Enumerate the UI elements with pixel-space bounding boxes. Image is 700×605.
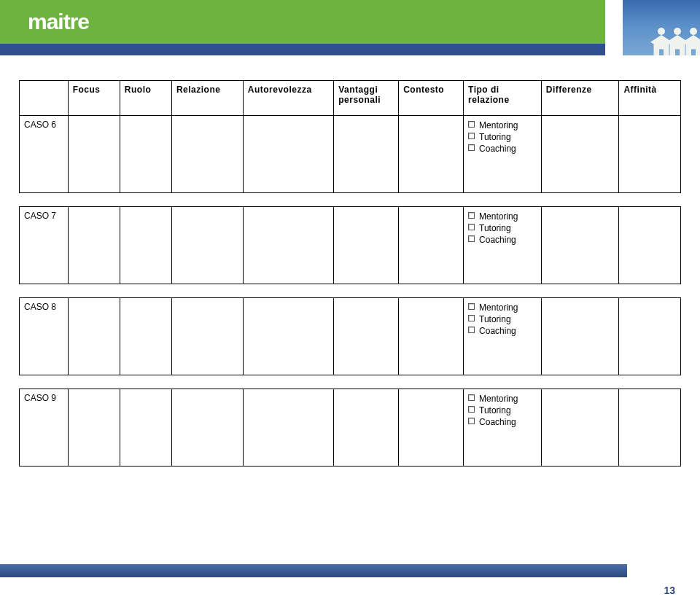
footer — [0, 555, 700, 577]
option-label: Coaching — [479, 325, 516, 337]
col-autorevolezza: Autorevolezza — [243, 81, 333, 116]
checkbox-icon[interactable] — [468, 121, 475, 128]
col-relazione: Relazione — [171, 81, 243, 116]
table-row: CASO 7 Mentoring Tutoring Coaching — [20, 207, 681, 284]
checkbox-icon[interactable] — [468, 315, 475, 321]
table-row: CASO 6 Mentoring Tutoring Coaching — [20, 116, 681, 193]
table-row: CASO 9 Mentoring Tutoring Coaching — [20, 389, 681, 467]
option-label: Coaching — [479, 234, 516, 246]
option-label: Coaching — [479, 416, 516, 428]
checkbox-icon[interactable] — [468, 144, 475, 151]
checkbox-icon[interactable] — [468, 327, 475, 333]
checkbox-icon[interactable] — [468, 133, 475, 139]
checkbox-icon[interactable] — [468, 406, 475, 413]
footer-bar — [0, 564, 627, 577]
checkbox-icon[interactable] — [468, 235, 475, 242]
row-label: CASO 7 — [20, 207, 69, 284]
option-label: Tutoring — [479, 222, 511, 234]
option-label: Mentoring — [479, 120, 518, 131]
row-label: CASO 8 — [20, 298, 69, 375]
option-label: Mentoring — [479, 211, 518, 222]
col-tipo: Tipo di relazione — [464, 81, 542, 116]
checkbox-icon[interactable] — [468, 224, 475, 230]
checkbox-icon[interactable] — [468, 212, 475, 219]
case-table-2: CASO 7 Mentoring Tutoring Coaching — [19, 206, 681, 284]
option-label: Tutoring — [479, 131, 511, 143]
col-vantaggi: Vantaggi personali — [334, 81, 399, 116]
content-area: Focus Ruolo Relazione Autorevolezza Vant… — [0, 61, 700, 467]
tipo-options: Mentoring Tutoring Coaching — [464, 389, 542, 467]
col-empty — [20, 81, 69, 116]
row-label: CASO 9 — [20, 389, 69, 467]
brand-logo: maitre — [28, 9, 89, 34]
option-label: Tutoring — [479, 313, 511, 325]
header: maitre — [0, 0, 700, 61]
header-illustration — [623, 0, 700, 55]
tipo-options: Mentoring Tutoring Coaching — [464, 116, 542, 193]
header-accent-strip — [0, 44, 605, 55]
checkbox-icon[interactable] — [468, 303, 475, 310]
table-header-row: Focus Ruolo Relazione Autorevolezza Vant… — [20, 81, 681, 116]
option-label: Coaching — [479, 143, 516, 155]
case-table-4: CASO 9 Mentoring Tutoring Coaching — [19, 389, 681, 467]
table-row: CASO 8 Mentoring Tutoring Coaching — [20, 298, 681, 375]
page-number: 13 — [664, 585, 675, 596]
col-focus: Focus — [68, 81, 120, 116]
col-ruolo: Ruolo — [120, 81, 171, 116]
logo-band: maitre — [0, 0, 605, 44]
col-differenze: Differenze — [541, 81, 619, 116]
people-icon — [656, 26, 700, 55]
col-contesto: Contesto — [399, 81, 464, 116]
option-label: Tutoring — [479, 405, 511, 416]
case-table-1: Focus Ruolo Relazione Autorevolezza Vant… — [19, 80, 681, 193]
option-label: Mentoring — [479, 393, 518, 405]
checkbox-icon[interactable] — [468, 394, 475, 401]
tipo-options: Mentoring Tutoring Coaching — [464, 298, 542, 375]
option-label: Mentoring — [479, 302, 518, 313]
checkbox-icon[interactable] — [468, 418, 475, 424]
tipo-options: Mentoring Tutoring Coaching — [464, 207, 542, 284]
row-label: CASO 6 — [20, 116, 69, 193]
col-affinita: Affinità — [619, 81, 681, 116]
case-table-3: CASO 8 Mentoring Tutoring Coaching — [19, 297, 681, 375]
